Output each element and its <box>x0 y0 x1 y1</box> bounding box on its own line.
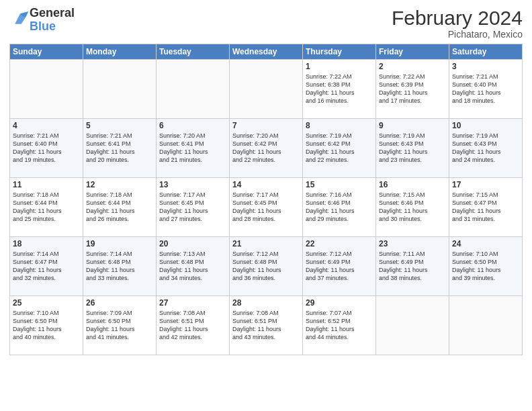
day-info: Sunrise: 7:22 AM Sunset: 6:39 PM Dayligh… <box>379 73 446 105</box>
calendar-cell: 12Sunrise: 7:18 AM Sunset: 6:44 PM Dayli… <box>83 178 157 237</box>
day-info: Sunrise: 7:19 AM Sunset: 6:43 PM Dayligh… <box>452 132 519 165</box>
calendar-day-header: Sunday <box>10 44 83 60</box>
day-number: 12 <box>86 180 153 189</box>
logo: GeneralBlue <box>9 7 75 34</box>
calendar-week-row: 18Sunrise: 7:14 AM Sunset: 6:47 PM Dayli… <box>10 237 523 296</box>
day-info: Sunrise: 7:20 AM Sunset: 6:41 PM Dayligh… <box>159 132 226 165</box>
day-info: Sunrise: 7:15 AM Sunset: 6:46 PM Dayligh… <box>379 191 446 224</box>
calendar-cell: 7Sunrise: 7:20 AM Sunset: 6:42 PM Daylig… <box>230 119 303 178</box>
day-number: 28 <box>232 298 300 308</box>
logo-text: GeneralBlue <box>30 7 75 34</box>
calendar-cell <box>157 60 230 119</box>
day-number: 22 <box>306 239 373 248</box>
calendar-cell: 29Sunrise: 7:07 AM Sunset: 6:52 PM Dayli… <box>303 296 376 355</box>
day-info: Sunrise: 7:20 AM Sunset: 6:42 PM Dayligh… <box>232 132 300 165</box>
calendar-cell: 27Sunrise: 7:08 AM Sunset: 6:51 PM Dayli… <box>157 296 230 355</box>
main-title: February 2024 <box>392 7 523 29</box>
calendar-cell: 8Sunrise: 7:19 AM Sunset: 6:42 PM Daylig… <box>303 119 376 178</box>
day-info: Sunrise: 7:12 AM Sunset: 6:48 PM Dayligh… <box>232 250 300 283</box>
calendar-cell: 5Sunrise: 7:21 AM Sunset: 6:41 PM Daylig… <box>83 119 157 178</box>
day-number: 11 <box>13 180 80 189</box>
day-info: Sunrise: 7:19 AM Sunset: 6:42 PM Dayligh… <box>306 132 373 165</box>
day-number: 27 <box>159 298 226 308</box>
calendar-week-row: 4Sunrise: 7:21 AM Sunset: 6:40 PM Daylig… <box>10 119 523 178</box>
calendar-cell: 20Sunrise: 7:13 AM Sunset: 6:48 PM Dayli… <box>157 237 230 296</box>
calendar-cell: 2Sunrise: 7:22 AM Sunset: 6:39 PM Daylig… <box>376 60 449 119</box>
day-info: Sunrise: 7:13 AM Sunset: 6:48 PM Dayligh… <box>159 250 226 283</box>
calendar-cell <box>376 296 449 355</box>
calendar-cell: 16Sunrise: 7:15 AM Sunset: 6:46 PM Dayli… <box>376 178 449 237</box>
day-number: 14 <box>232 180 300 189</box>
day-number: 9 <box>379 121 446 130</box>
title-block: February 2024 Pichataro, Mexico <box>392 7 523 40</box>
calendar-cell: 21Sunrise: 7:12 AM Sunset: 6:48 PM Dayli… <box>230 237 303 296</box>
calendar-cell: 15Sunrise: 7:16 AM Sunset: 6:46 PM Dayli… <box>303 178 376 237</box>
calendar-day-header: Tuesday <box>157 44 230 60</box>
calendar-week-row: 11Sunrise: 7:18 AM Sunset: 6:44 PM Dayli… <box>10 178 523 237</box>
calendar-cell: 28Sunrise: 7:08 AM Sunset: 6:51 PM Dayli… <box>230 296 303 355</box>
day-info: Sunrise: 7:21 AM Sunset: 6:40 PM Dayligh… <box>452 73 519 105</box>
calendar-cell: 26Sunrise: 7:09 AM Sunset: 6:50 PM Dayli… <box>83 296 157 355</box>
day-number: 23 <box>379 239 446 248</box>
calendar-cell: 11Sunrise: 7:18 AM Sunset: 6:44 PM Dayli… <box>10 178 83 237</box>
day-info: Sunrise: 7:09 AM Sunset: 6:50 PM Dayligh… <box>86 309 153 342</box>
day-info: Sunrise: 7:18 AM Sunset: 6:44 PM Dayligh… <box>13 191 80 224</box>
day-info: Sunrise: 7:12 AM Sunset: 6:49 PM Dayligh… <box>306 250 373 283</box>
day-number: 20 <box>159 239 226 248</box>
calendar-cell <box>83 60 157 119</box>
calendar-day-header: Friday <box>376 44 449 60</box>
calendar-cell: 10Sunrise: 7:19 AM Sunset: 6:43 PM Dayli… <box>449 119 523 178</box>
calendar-cell: 22Sunrise: 7:12 AM Sunset: 6:49 PM Dayli… <box>303 237 376 296</box>
day-number: 15 <box>306 180 373 189</box>
day-number: 10 <box>452 121 519 130</box>
day-info: Sunrise: 7:21 AM Sunset: 6:41 PM Dayligh… <box>86 132 153 165</box>
calendar-cell: 17Sunrise: 7:15 AM Sunset: 6:47 PM Dayli… <box>449 178 523 237</box>
calendar-week-row: 25Sunrise: 7:10 AM Sunset: 6:50 PM Dayli… <box>10 296 523 355</box>
day-info: Sunrise: 7:11 AM Sunset: 6:49 PM Dayligh… <box>379 250 446 283</box>
calendar-cell: 13Sunrise: 7:17 AM Sunset: 6:45 PM Dayli… <box>157 178 230 237</box>
day-number: 4 <box>13 121 80 130</box>
subtitle: Pichataro, Mexico <box>392 29 523 40</box>
calendar-day-header: Monday <box>83 44 157 60</box>
calendar-cell: 14Sunrise: 7:17 AM Sunset: 6:45 PM Dayli… <box>230 178 303 237</box>
day-info: Sunrise: 7:10 AM Sunset: 6:50 PM Dayligh… <box>13 309 80 342</box>
day-number: 1 <box>306 62 373 71</box>
calendar-day-header: Saturday <box>449 44 523 60</box>
calendar-cell: 6Sunrise: 7:20 AM Sunset: 6:41 PM Daylig… <box>157 119 230 178</box>
calendar-cell: 3Sunrise: 7:21 AM Sunset: 6:40 PM Daylig… <box>449 60 523 119</box>
day-number: 13 <box>159 180 226 189</box>
day-number: 21 <box>232 239 300 248</box>
day-info: Sunrise: 7:08 AM Sunset: 6:51 PM Dayligh… <box>159 309 226 342</box>
day-info: Sunrise: 7:21 AM Sunset: 6:40 PM Dayligh… <box>13 132 80 165</box>
day-info: Sunrise: 7:14 AM Sunset: 6:47 PM Dayligh… <box>13 250 80 283</box>
day-info: Sunrise: 7:16 AM Sunset: 6:46 PM Dayligh… <box>306 191 373 224</box>
day-info: Sunrise: 7:15 AM Sunset: 6:47 PM Dayligh… <box>452 191 519 224</box>
calendar-cell <box>449 296 523 355</box>
day-info: Sunrise: 7:18 AM Sunset: 6:44 PM Dayligh… <box>86 191 153 224</box>
day-info: Sunrise: 7:07 AM Sunset: 6:52 PM Dayligh… <box>306 309 373 342</box>
day-number: 2 <box>379 62 446 71</box>
calendar-cell: 4Sunrise: 7:21 AM Sunset: 6:40 PM Daylig… <box>10 119 83 178</box>
day-info: Sunrise: 7:08 AM Sunset: 6:51 PM Dayligh… <box>232 309 300 342</box>
calendar-cell: 19Sunrise: 7:14 AM Sunset: 6:48 PM Dayli… <box>83 237 157 296</box>
calendar-day-header: Thursday <box>303 44 376 60</box>
calendar-day-header: Wednesday <box>230 44 303 60</box>
calendar-cell: 24Sunrise: 7:10 AM Sunset: 6:50 PM Dayli… <box>449 237 523 296</box>
day-info: Sunrise: 7:17 AM Sunset: 6:45 PM Dayligh… <box>159 191 226 224</box>
day-number: 5 <box>86 121 153 130</box>
day-number: 19 <box>86 239 153 248</box>
calendar-cell: 18Sunrise: 7:14 AM Sunset: 6:47 PM Dayli… <box>10 237 83 296</box>
day-number: 17 <box>452 180 519 189</box>
calendar-cell: 23Sunrise: 7:11 AM Sunset: 6:49 PM Dayli… <box>376 237 449 296</box>
calendar-table: SundayMondayTuesdayWednesdayThursdayFrid… <box>9 44 523 355</box>
day-info: Sunrise: 7:10 AM Sunset: 6:50 PM Dayligh… <box>452 250 519 283</box>
header: GeneralBlue February 2024 Pichataro, Mex… <box>9 7 523 40</box>
calendar-cell <box>10 60 83 119</box>
calendar-cell <box>230 60 303 119</box>
day-number: 25 <box>13 298 80 308</box>
day-number: 3 <box>452 62 519 71</box>
page: GeneralBlue February 2024 Pichataro, Mex… <box>0 0 532 411</box>
day-info: Sunrise: 7:22 AM Sunset: 6:38 PM Dayligh… <box>306 73 373 105</box>
calendar-week-row: 1Sunrise: 7:22 AM Sunset: 6:38 PM Daylig… <box>10 60 523 119</box>
day-number: 26 <box>86 298 153 308</box>
